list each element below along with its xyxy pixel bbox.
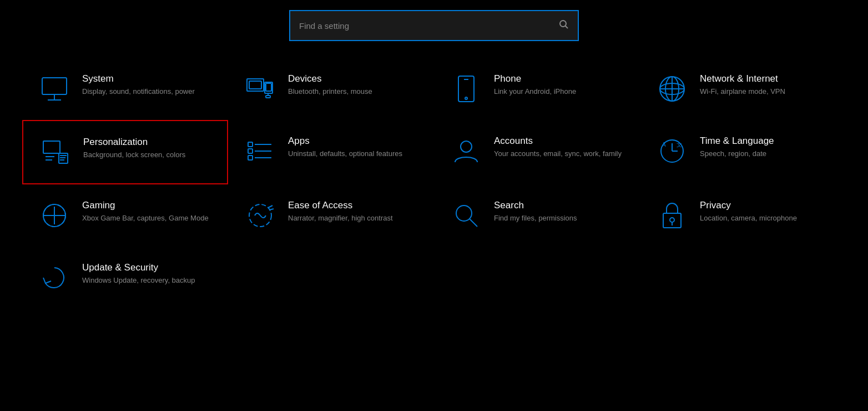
svg-text:A: A: [662, 142, 666, 148]
setting-item-apps[interactable]: AppsUninstall, defaults, optional featur…: [228, 120, 434, 184]
setting-desc-network: Wi-Fi, airplane mode, VPN: [700, 87, 785, 97]
svg-point-14: [465, 97, 467, 99]
system-icon: [39, 73, 70, 104]
setting-title-phone: Phone: [494, 73, 576, 84]
setting-desc-time: Speech, region, date: [700, 149, 774, 159]
svg-rect-30: [248, 142, 253, 147]
search-input[interactable]: [299, 21, 559, 31]
setting-desc-personalization: Background, lock screen, colors: [83, 150, 185, 160]
setting-title-devices: Devices: [288, 73, 372, 84]
svg-rect-31: [248, 149, 253, 153]
setting-item-time[interactable]: A 文 Time & LanguageSpeech, region, date: [640, 120, 846, 184]
setting-item-phone[interactable]: PhoneLink your Android, iPhone: [434, 58, 640, 120]
svg-line-1: [566, 26, 568, 28]
setting-desc-devices: Bluetooth, printers, mouse: [288, 87, 372, 97]
setting-desc-system: Display, sound, notifications, power: [82, 87, 195, 97]
setting-title-apps: Apps: [288, 136, 402, 147]
setting-desc-phone: Link your Android, iPhone: [494, 87, 576, 97]
setting-title-update: Update & Security: [82, 262, 195, 273]
setting-item-personalization[interactable]: PersonalizationBackground, lock screen, …: [22, 120, 228, 184]
svg-line-47: [470, 219, 477, 227]
svg-point-0: [560, 21, 566, 27]
svg-point-46: [456, 206, 472, 221]
gaming-icon: [39, 200, 70, 231]
svg-rect-20: [43, 141, 60, 153]
setting-desc-apps: Uninstall, defaults, optional features: [288, 149, 402, 159]
personalization-icon: [40, 137, 71, 168]
devices-icon: [245, 73, 276, 104]
setting-item-gaming[interactable]: GamingXbox Game Bar, captures, Game Mode: [22, 184, 228, 247]
setting-desc-search: Find my files, permissions: [494, 213, 577, 223]
ease-icon: [245, 200, 276, 231]
svg-line-44: [268, 206, 272, 208]
network-icon: [657, 73, 688, 104]
svg-rect-7: [249, 81, 261, 89]
apps-icon: [245, 136, 276, 167]
setting-desc-privacy: Location, camera, microphone: [700, 213, 797, 223]
setting-title-search: Search: [494, 200, 577, 211]
setting-desc-update: Windows Update, recovery, backup: [82, 275, 195, 285]
setting-title-system: System: [82, 73, 195, 84]
setting-title-network: Network & Internet: [700, 73, 785, 84]
setting-item-accounts[interactable]: AccountsYour accounts, email, sync, work…: [434, 120, 640, 184]
setting-item-devices[interactable]: DevicesBluetooth, printers, mouse: [228, 58, 434, 120]
svg-rect-9: [266, 83, 271, 91]
accounts-icon: [451, 136, 482, 167]
update-icon: [39, 262, 70, 293]
setting-title-gaming: Gaming: [82, 200, 209, 211]
svg-point-49: [670, 218, 674, 222]
setting-title-time: Time & Language: [700, 136, 774, 147]
setting-item-network[interactable]: Network & InternetWi-Fi, airplane mode, …: [640, 58, 846, 120]
setting-title-privacy: Privacy: [700, 200, 797, 211]
phone-icon: [451, 73, 482, 104]
setting-item-update[interactable]: Update & SecurityWindows Update, recover…: [22, 247, 228, 309]
setting-item-system[interactable]: SystemDisplay, sound, notifications, pow…: [22, 58, 228, 120]
svg-rect-11: [266, 96, 270, 98]
search-settings-icon: [451, 200, 482, 231]
setting-title-personalization: Personalization: [83, 137, 185, 148]
setting-item-ease[interactable]: Ease of AccessNarrator, magnifier, high …: [228, 184, 434, 247]
svg-point-33: [461, 141, 472, 152]
setting-desc-ease: Narrator, magnifier, high contrast: [288, 213, 393, 223]
setting-desc-gaming: Xbox Game Bar, captures, Game Mode: [82, 213, 209, 223]
setting-desc-accounts: Your accounts, email, sync, work, family: [494, 149, 622, 159]
svg-rect-2: [42, 78, 67, 94]
svg-text:文: 文: [677, 142, 682, 148]
privacy-icon: [657, 200, 688, 231]
setting-item-privacy[interactable]: PrivacyLocation, camera, microphone: [640, 184, 846, 247]
svg-rect-32: [248, 156, 253, 160]
setting-item-search[interactable]: SearchFind my files, permissions: [434, 184, 640, 247]
settings-grid: SystemDisplay, sound, notifications, pow…: [0, 58, 868, 309]
time-icon: A 文: [657, 136, 688, 167]
search-bar[interactable]: [289, 10, 579, 41]
search-icon: [559, 19, 569, 32]
svg-rect-48: [663, 213, 681, 228]
setting-title-ease: Ease of Access: [288, 200, 393, 211]
setting-title-accounts: Accounts: [494, 136, 622, 147]
